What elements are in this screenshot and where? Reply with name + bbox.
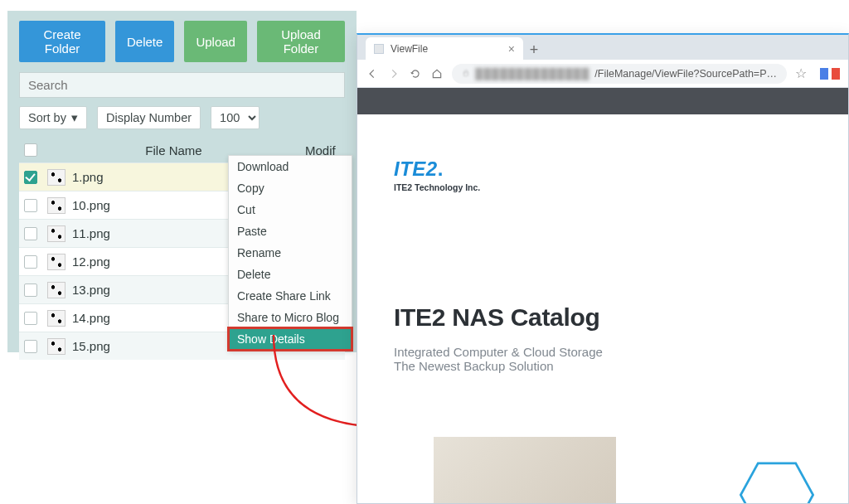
thumbnail-icon — [47, 254, 65, 270]
ctx-rename[interactable]: Rename — [229, 242, 352, 264]
row-checkbox[interactable] — [24, 171, 37, 184]
ctx-show-details[interactable]: Show Details — [229, 328, 352, 350]
tab-bar: ViewFile × + — [357, 35, 848, 60]
row-checkbox[interactable] — [24, 312, 37, 325]
doc-photo-placeholder — [434, 437, 616, 503]
forward-button[interactable] — [387, 67, 400, 80]
doc-subtitle-1: Integrated Computer & Cloud Storage — [394, 345, 812, 359]
ctx-download[interactable]: Download — [229, 156, 352, 177]
ctx-copy[interactable]: Copy — [229, 177, 352, 199]
browser-tab[interactable]: ViewFile × — [366, 37, 523, 60]
url-host-blurred: ██████████████ — [475, 68, 589, 80]
logo-subtext: ITE2 Technology Inc. — [394, 182, 812, 192]
delete-button[interactable]: Delete — [115, 21, 174, 62]
doc-headline: ITE2 NAS Catalog — [394, 303, 812, 332]
window-indicator-icon — [820, 68, 840, 80]
arrow-right-icon — [388, 68, 400, 80]
thumbnail-icon — [47, 310, 65, 327]
row-checkbox[interactable] — [24, 199, 37, 212]
svg-marker-1 — [740, 463, 813, 503]
context-menu: Download Copy Cut Paste Rename Delete Cr… — [228, 155, 352, 351]
thumbnail-icon — [47, 338, 65, 355]
toolbar: Create Folder Delete Upload Upload Folde… — [19, 21, 345, 62]
tab-close-button[interactable]: × — [508, 42, 515, 56]
ctx-delete[interactable]: Delete — [229, 264, 352, 285]
thumbnail-icon — [47, 169, 65, 186]
display-number-label: Display Number — [97, 106, 201, 129]
thumbnail-icon — [47, 282, 65, 298]
viewer-toolbar — [357, 88, 848, 114]
url-bar[interactable]: ██████████████ /FileManage/ViewFile?Sour… — [452, 64, 787, 84]
row-checkbox[interactable] — [24, 227, 37, 240]
ctx-create-share-link[interactable]: Create Share Link — [229, 285, 352, 307]
reload-icon — [410, 68, 421, 80]
ctx-paste[interactable]: Paste — [229, 220, 352, 242]
sort-by-label: Sort by — [28, 111, 66, 124]
row-checkbox[interactable] — [24, 255, 37, 269]
hexagon-icon — [739, 462, 815, 503]
url-path: /FileManage/ViewFile?SourcePath=P… — [594, 68, 777, 80]
search-input[interactable] — [19, 72, 345, 98]
browser-window: ViewFile × + ██████████████ /FileManage/… — [357, 33, 849, 504]
thumbnail-icon — [47, 197, 65, 214]
bookmark-button[interactable]: ☆ — [795, 65, 807, 81]
home-icon — [431, 68, 443, 80]
address-bar: ██████████████ /FileManage/ViewFile?Sour… — [357, 60, 848, 88]
reload-button[interactable] — [409, 67, 422, 80]
create-folder-button[interactable]: Create Folder — [19, 21, 105, 62]
ctx-cut[interactable]: Cut — [229, 199, 352, 220]
document-page: ITE2. ITE2 Technology Inc. ITE2 NAS Cata… — [357, 114, 848, 503]
chevron-down-icon: ▾ — [71, 111, 78, 124]
logo-text: ITE2. — [394, 159, 812, 179]
row-checkbox[interactable] — [24, 340, 37, 353]
sort-controls: Sort by ▾ Display Number 100 — [19, 106, 345, 129]
favicon-icon — [374, 44, 384, 54]
row-checkbox[interactable] — [24, 284, 37, 297]
page-size-select[interactable]: 100 — [211, 106, 260, 129]
upload-button[interactable]: Upload — [184, 21, 247, 62]
tab-title: ViewFile — [391, 43, 428, 55]
home-button[interactable] — [430, 67, 444, 80]
select-all-checkbox[interactable] — [24, 143, 37, 157]
thumbnail-icon — [47, 225, 65, 242]
new-tab-button[interactable]: + — [523, 40, 545, 60]
lock-icon — [462, 69, 470, 78]
sort-by-dropdown[interactable]: Sort by ▾ — [19, 106, 87, 129]
back-button[interactable] — [366, 67, 379, 80]
arrow-left-icon — [366, 68, 378, 80]
svg-rect-0 — [464, 73, 468, 76]
doc-subtitle-2: The Newest Backup Solution — [394, 359, 812, 373]
page-viewport: ITE2. ITE2 Technology Inc. ITE2 NAS Cata… — [357, 88, 848, 503]
ctx-share-micro-blog[interactable]: Share to Micro Blog — [229, 307, 352, 328]
upload-folder-button[interactable]: Upload Folder — [257, 21, 345, 62]
